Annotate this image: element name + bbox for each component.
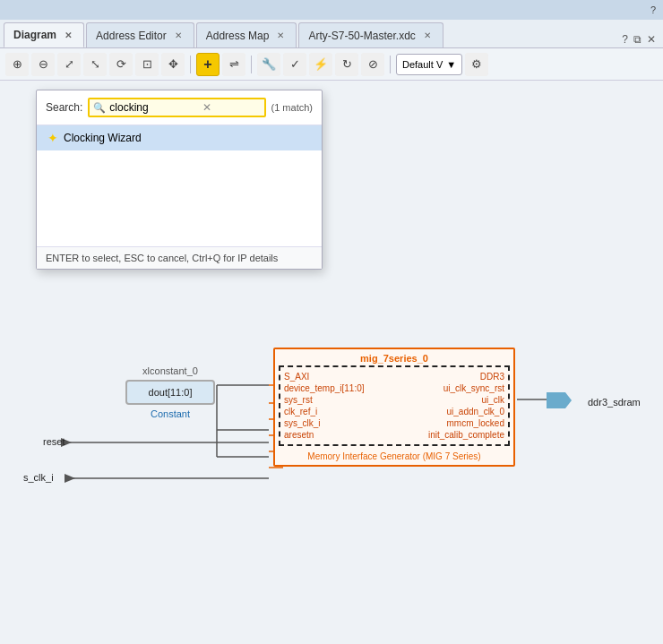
tab-diagram[interactable]: Diagram ✕ bbox=[4, 22, 84, 47]
mig-title: mig_7series_0 bbox=[275, 349, 513, 365]
search-result-label: Clocking Wizard bbox=[64, 132, 142, 144]
tab-diagram-close[interactable]: ✕ bbox=[62, 30, 74, 41]
mig-port-right-1: ui_clk_sync_rst bbox=[443, 383, 504, 393]
mig-port-right-4: mmcm_locked bbox=[447, 418, 504, 428]
constant-block[interactable]: xlconstant_0 dout[11:0] Constant bbox=[125, 365, 215, 419]
zoom-area-button[interactable]: ⊡ bbox=[135, 53, 159, 76]
tab-xdc-close[interactable]: ✕ bbox=[421, 30, 434, 41]
search-label: Search: bbox=[46, 101, 82, 114]
constant-footer-label: Constant bbox=[125, 408, 215, 419]
search-input[interactable] bbox=[109, 101, 199, 114]
autoconnect-button[interactable]: ⚡ bbox=[309, 53, 332, 76]
svg-marker-8 bbox=[65, 474, 75, 483]
tab-address-map-close[interactable]: ✕ bbox=[274, 30, 287, 41]
chevron-down-icon: ▼ bbox=[446, 59, 456, 70]
regenerate-button[interactable]: ↻ bbox=[335, 53, 358, 76]
mig-port-row-4: sys_clk_i mmcm_locked bbox=[284, 417, 504, 429]
ddr3-signal-label: ddr3_sdram bbox=[588, 397, 641, 408]
mig-block[interactable]: mig_7series_0 S_AXI DDR3 device_temp_i[1… bbox=[273, 348, 515, 467]
mig-port-right-5: init_calib_complete bbox=[428, 430, 504, 440]
mig-port-row-5: aresetn init_calib_complete bbox=[284, 429, 504, 441]
tab-right-controls: ? ⧉ ✕ bbox=[622, 33, 663, 47]
title-bar: ? bbox=[0, 0, 663, 20]
constant-port-box: dout[11:0] bbox=[125, 380, 215, 405]
connect-button[interactable]: ⇌ bbox=[222, 53, 245, 76]
restore-tab-button[interactable]: ⧉ bbox=[633, 33, 641, 46]
search-input-wrap: 🔍 ✕ bbox=[88, 98, 265, 117]
search-popup: Search: 🔍 ✕ (1 match) ✦ Clocking Wizard … bbox=[36, 90, 323, 270]
default-view-label: Default V bbox=[402, 59, 443, 70]
tab-address-map[interactable]: Address Map ✕ bbox=[196, 22, 297, 47]
mig-port-row-1: device_temp_i[11:0] ui_clk_sync_rst bbox=[284, 382, 504, 394]
tab-diagram-label: Diagram bbox=[13, 29, 56, 41]
reset-signal-label: reset bbox=[43, 436, 65, 447]
mig-port-left-5: aresetn bbox=[284, 430, 314, 440]
wizard-icon: ✦ bbox=[47, 131, 58, 145]
validate-button[interactable]: ✓ bbox=[283, 53, 306, 76]
default-view-dropdown[interactable]: Default V ▼ bbox=[396, 54, 462, 75]
tab-address-editor-label: Address Editor bbox=[96, 30, 167, 42]
toolbar-sep-1 bbox=[190, 56, 191, 73]
tab-address-editor[interactable]: Address Editor ✕ bbox=[86, 22, 194, 47]
toolbar-sep-2 bbox=[251, 56, 252, 73]
tab-address-editor-close[interactable]: ✕ bbox=[172, 30, 185, 41]
mig-port-row-2: sys_rst ui_clk bbox=[284, 394, 504, 406]
extra-button[interactable]: ⊘ bbox=[361, 53, 384, 76]
mig-inner: S_AXI DDR3 device_temp_i[11:0] ui_clk_sy… bbox=[279, 365, 510, 446]
tab-xdc-label: Arty-S7-50-Master.xdc bbox=[308, 30, 415, 42]
tab-bar: Diagram ✕ Address Editor ✕ Address Map ✕… bbox=[0, 20, 663, 48]
ddr3-output bbox=[547, 392, 572, 408]
constant-port-label: dout[11:0] bbox=[149, 387, 193, 398]
mig-port-left-4: sys_clk_i bbox=[284, 418, 321, 428]
search-clear-button[interactable]: ✕ bbox=[202, 101, 211, 114]
search-icon: 🔍 bbox=[93, 102, 106, 114]
constant-header-label: xlconstant_0 bbox=[125, 365, 215, 376]
help-tab-button[interactable]: ? bbox=[622, 33, 628, 46]
zoom-in-button[interactable]: ⊕ bbox=[5, 53, 29, 76]
search-result-clocking-wizard[interactable]: ✦ Clocking Wizard bbox=[37, 125, 322, 150]
tab-address-map-label: Address Map bbox=[206, 30, 270, 42]
mig-footer: Memory Interface Generator (MIG 7 Series… bbox=[275, 450, 513, 465]
tab-xdc[interactable]: Arty-S7-50-Master.xdc ✕ bbox=[298, 22, 443, 47]
close-tab-button[interactable]: ✕ bbox=[647, 33, 656, 46]
zoom-out-button[interactable]: ⊖ bbox=[31, 53, 55, 76]
mig-port-left-0: S_AXI bbox=[284, 372, 309, 382]
toolbar-sep-3 bbox=[390, 56, 391, 73]
refresh-button[interactable]: ⟳ bbox=[109, 53, 133, 76]
search-match-count: (1 match) bbox=[271, 102, 313, 113]
mig-port-left-2: sys_rst bbox=[284, 395, 313, 405]
toolbar: ⊕ ⊖ ⤢ ⤡ ⟳ ⊡ ✥ + ⇌ 🔧 ✓ ⚡ ↻ ⊘ Default V ▼ … bbox=[0, 48, 663, 81]
help-button[interactable]: ? bbox=[650, 4, 656, 15]
mig-port-right-2: ui_clk bbox=[481, 395, 504, 405]
search-row: Search: 🔍 ✕ (1 match) bbox=[37, 90, 322, 125]
mig-port-right-3: ui_addn_clk_0 bbox=[447, 407, 505, 416]
mig-port-right-0: DDR3 bbox=[480, 372, 504, 382]
mig-port-left-3: clk_ref_i bbox=[284, 407, 317, 416]
mig-port-row-3: clk_ref_i ui_addn_clk_0 bbox=[284, 406, 504, 417]
hand-tool-button[interactable]: ✥ bbox=[161, 53, 185, 76]
ddr3-arrow-icon bbox=[547, 392, 572, 408]
mig-port-left-1: device_temp_i[11:0] bbox=[284, 383, 365, 393]
wrench-button[interactable]: 🔧 bbox=[257, 53, 280, 76]
search-hint: ENTER to select, ESC to cancel, Ctrl+Q f… bbox=[37, 246, 322, 269]
add-ip-button[interactable]: + bbox=[196, 53, 220, 76]
sclk-signal-label: s_clk_i bbox=[23, 472, 54, 483]
main-canvas: Search: 🔍 ✕ (1 match) ✦ Clocking Wizard … bbox=[0, 81, 663, 644]
fit-button[interactable]: ⤢ bbox=[57, 53, 81, 76]
fit-selection-button[interactable]: ⤡ bbox=[83, 53, 107, 76]
mig-port-row-0: S_AXI DDR3 bbox=[284, 371, 504, 382]
settings-gear-button[interactable]: ⚙ bbox=[465, 53, 488, 76]
